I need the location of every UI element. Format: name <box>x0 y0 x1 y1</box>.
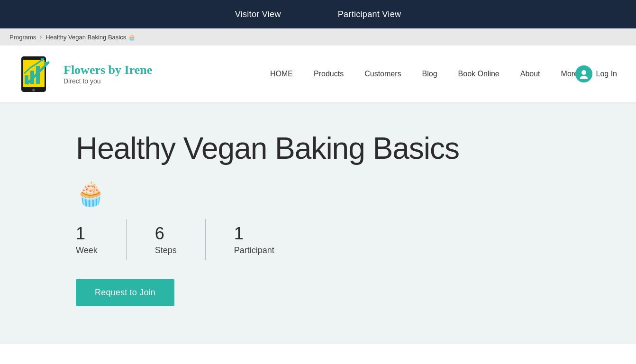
nav-products[interactable]: Products <box>303 70 354 78</box>
logo-subtitle: Direct to you <box>64 77 152 85</box>
nav-home[interactable]: HOME <box>260 70 303 78</box>
svg-point-9 <box>581 70 586 75</box>
visitor-view-link[interactable]: Visitor View <box>235 9 281 19</box>
stat-steps-label: Steps <box>155 246 177 255</box>
request-to-join-button[interactable]: Request to Join <box>76 279 174 306</box>
svg-point-8 <box>32 89 35 91</box>
login-avatar-icon <box>575 65 592 82</box>
stat-week-label: Week <box>76 246 98 255</box>
main-content: Healthy Vegan Baking Basics 🧁 1 Week 6 S… <box>0 102 636 344</box>
stat-participant: 1 Participant <box>234 219 303 260</box>
logo-icon <box>19 54 57 94</box>
breadcrumb-chevron: › <box>40 34 42 40</box>
nav-book-online[interactable]: Book Online <box>448 70 510 78</box>
program-title: Healthy Vegan Baking Basics <box>76 131 598 166</box>
stat-steps-number: 6 <box>155 224 177 244</box>
stat-steps: 6 Steps <box>155 219 206 260</box>
current-page-breadcrumb: Healthy Vegan Baking Basics 🧁 <box>45 34 135 41</box>
nav-blog[interactable]: Blog <box>412 70 448 78</box>
main-nav: HOME Products Customers Blog Book Online… <box>260 70 589 78</box>
stats-row: 1 Week 6 Steps 1 Participant <box>76 219 598 260</box>
nav-customers[interactable]: Customers <box>354 70 411 78</box>
top-bar: Visitor View Participant View <box>0 0 636 28</box>
header: Flowers by Irene Direct to you HOME Prod… <box>0 46 636 102</box>
stat-participant-label: Participant <box>234 246 274 255</box>
login-label[interactable]: Log In <box>596 70 617 78</box>
stat-week: 1 Week <box>76 219 127 260</box>
logo-title: Flowers by Irene <box>64 63 152 77</box>
participant-view-link[interactable]: Participant View <box>338 9 401 19</box>
stat-participant-number: 1 <box>234 224 274 244</box>
program-emoji: 🧁 <box>76 180 598 208</box>
admin-bar: Programs › Healthy Vegan Baking Basics 🧁 <box>0 28 636 46</box>
svg-point-10 <box>580 76 588 79</box>
logo-area: Flowers by Irene Direct to you <box>19 54 152 94</box>
nav-about[interactable]: About <box>510 70 551 78</box>
stat-week-number: 1 <box>76 224 98 244</box>
logo-text: Flowers by Irene Direct to you <box>64 63 152 85</box>
login-area[interactable]: Log In <box>575 65 617 82</box>
programs-breadcrumb[interactable]: Programs <box>9 34 36 41</box>
